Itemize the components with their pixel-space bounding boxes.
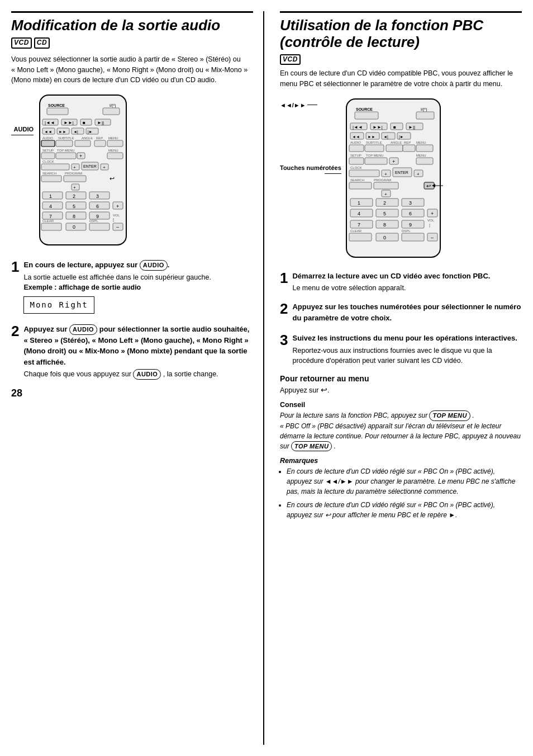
svg-text:CLOCK: CLOCK <box>350 166 362 169</box>
svg-rect-108 <box>349 145 364 152</box>
svg-text:DSPL: DSPL <box>89 219 98 223</box>
svg-text:◄◄: ◄◄ <box>352 135 360 139</box>
svg-text:+: + <box>431 211 434 216</box>
svg-text:MENU: MENU <box>108 149 118 152</box>
step2-title: Appuyez sur AUDIO pour sélectionner la s… <box>23 324 253 367</box>
svg-text:■: ■ <box>393 125 396 130</box>
svg-rect-78 <box>41 223 61 230</box>
svg-text:ANGLE: ANGLE <box>82 136 93 140</box>
right-step3-body: Reportez-vous aux instructions fournies … <box>292 346 522 367</box>
remarques-list: En cours de lecture d'un CD vidéo réglé … <box>280 466 522 520</box>
svg-text:3: 3 <box>409 200 412 206</box>
right-step1-title: Démarrez la lecture avec un CD vidéo ave… <box>292 271 522 282</box>
return-icon: ↩ <box>321 385 327 394</box>
audio-btn3: AUDIO <box>133 369 161 380</box>
svg-rect-62 <box>66 202 86 209</box>
svg-rect-159 <box>376 220 398 228</box>
svg-text:↩: ↩ <box>110 175 115 182</box>
svg-rect-4 <box>103 108 120 115</box>
svg-text:►||: ►|| <box>97 120 104 125</box>
cd-badge: CD <box>34 37 50 49</box>
svg-text:5: 5 <box>73 204 75 209</box>
svg-text:◄|: ◄| <box>73 130 78 134</box>
svg-text:–: – <box>431 235 434 240</box>
svg-text:PROGRAM: PROGRAM <box>374 178 391 182</box>
svg-text:|: | <box>429 223 430 228</box>
svg-text:8: 8 <box>383 222 386 228</box>
svg-rect-151 <box>402 209 424 217</box>
svg-text:CLOCK: CLOCK <box>42 160 54 163</box>
svg-text:CLEAR: CLEAR <box>350 229 362 233</box>
top-menu-btn1: TOP MENU <box>429 410 470 421</box>
svg-text:■: ■ <box>83 120 85 125</box>
right-step2-num: 2 <box>280 301 288 316</box>
return-body: Appuyez sur ↩. <box>280 385 522 394</box>
svg-text:6: 6 <box>96 204 99 209</box>
svg-rect-93 <box>391 123 403 130</box>
right-column: Utilisation de la fonction PBC (contrôle… <box>275 11 522 745</box>
svg-rect-30 <box>107 140 123 147</box>
svg-rect-87 <box>355 112 378 119</box>
svg-rect-124 <box>349 170 379 177</box>
svg-rect-88 <box>416 112 434 119</box>
svg-text:►►|: ►►| <box>373 125 383 130</box>
top-menu-btn2: TOP MENU <box>291 441 332 452</box>
svg-rect-70 <box>42 212 63 219</box>
right-step3: 3 Suivez les instructions du menu pour l… <box>280 333 522 366</box>
svg-rect-40 <box>41 164 69 170</box>
svg-text:|►: |► <box>399 135 404 139</box>
svg-rect-25 <box>56 140 73 147</box>
svg-text:REP: REP <box>404 141 411 144</box>
audio-label: AUDIO <box>14 126 34 133</box>
page-number: 28 <box>11 388 253 399</box>
step1-num: 1 <box>11 259 19 274</box>
svg-text:+: + <box>392 159 395 164</box>
svg-rect-165 <box>349 233 372 241</box>
left-remote-diagram: AUDIO SOURCE I/(ᵁ) |◄◄ <box>11 92 253 251</box>
svg-rect-81 <box>89 223 110 230</box>
right-intro: En cours de lecture d'un CD vidéo compat… <box>280 68 522 89</box>
svg-rect-145 <box>402 199 424 206</box>
svg-text:+: + <box>73 165 76 170</box>
svg-text:+: + <box>103 165 106 170</box>
right-title: Utilisation de la fonction PBC (contrôle… <box>280 17 522 51</box>
svg-text:9: 9 <box>409 222 412 228</box>
step2-extra: Chaque fois que vous appuyez sur AUDIO ,… <box>23 369 253 380</box>
svg-text:+: + <box>79 153 82 159</box>
svg-rect-29 <box>94 140 106 147</box>
svg-rect-24 <box>41 140 55 147</box>
svg-rect-143 <box>376 199 398 206</box>
svg-text:|◄◄: |◄◄ <box>353 125 363 130</box>
svg-text:3: 3 <box>96 193 99 199</box>
svg-rect-36 <box>107 153 123 159</box>
svg-text:2: 2 <box>73 193 75 199</box>
svg-text:9: 9 <box>96 214 99 219</box>
svg-text:◄◄: ◄◄ <box>44 130 52 134</box>
svg-text:+: + <box>116 204 119 209</box>
step2-num: 2 <box>11 324 19 338</box>
example-box: Mono Right <box>23 296 94 314</box>
svg-rect-58 <box>89 192 110 199</box>
left-title: Modification de la sortie audio VCD CD <box>11 17 253 51</box>
svg-text:SUBTITLE: SUBTITLE <box>366 141 382 144</box>
svg-text:4: 4 <box>358 211 360 216</box>
svg-text:SEARCH: SEARCH <box>350 178 364 182</box>
svg-text:1: 1 <box>49 193 52 199</box>
return-title: Pour retourner au menu <box>280 374 522 383</box>
svg-rect-60 <box>42 202 63 209</box>
step1-title: En cours de lecture, appuyez sur AUDIO. <box>23 259 253 271</box>
vcd-badge-right: VCD <box>280 54 301 65</box>
svg-text:ENTER: ENTER <box>83 164 97 168</box>
svg-text:SUBTITLE: SUBTITLE <box>58 136 74 140</box>
svg-text:–: – <box>116 224 119 230</box>
svg-rect-109 <box>365 145 384 152</box>
svg-text:1: 1 <box>358 200 360 206</box>
svg-rect-50 <box>64 176 86 182</box>
vcd-badge: VCD <box>11 37 32 49</box>
remarque-1: En cours de lecture d'un CD vidéo réglé … <box>287 466 522 497</box>
svg-rect-26 <box>75 140 91 147</box>
svg-text:0: 0 <box>383 235 386 240</box>
svg-rect-113 <box>403 145 415 152</box>
right-step1-num: 1 <box>280 271 288 285</box>
svg-text:►►|: ►►| <box>64 120 74 125</box>
